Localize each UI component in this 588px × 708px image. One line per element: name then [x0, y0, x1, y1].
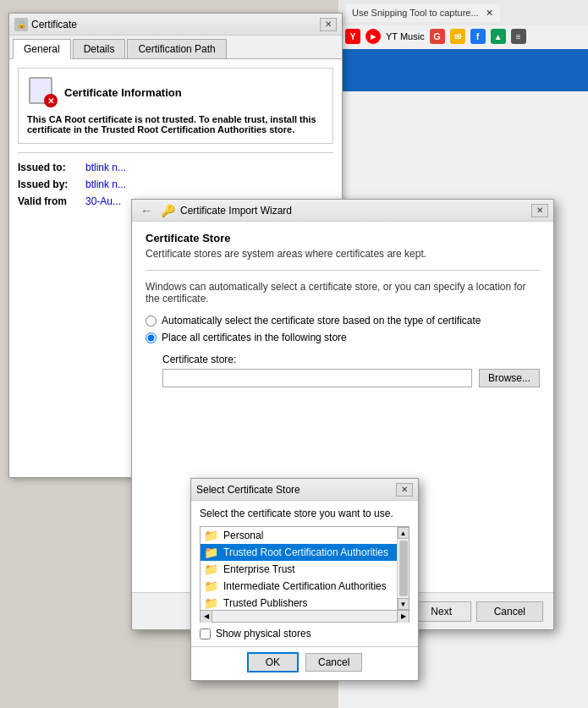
radio-manual-label: Place all certificates in the following …	[162, 332, 347, 343]
store-list-items: 📁 Personal 📁 Trusted Root Certification …	[201, 527, 397, 610]
browser-tab[interactable]: Use Snipping Tool to capture... ✕	[345, 4, 500, 22]
tab-close-icon[interactable]: ✕	[486, 8, 493, 19]
cert-window-close-button[interactable]: ✕	[320, 18, 337, 31]
store-item-personal-label: Personal	[223, 530, 263, 541]
store-item-personal[interactable]: 📁 Personal	[201, 527, 397, 544]
store-item-trusted-root[interactable]: 📁 Trusted Root Certification Authorities	[201, 544, 397, 561]
folder-icon-personal: 📁	[204, 529, 218, 542]
store-list-scrollbar[interactable]: ▲ ▼	[397, 527, 409, 610]
select-store-controls: ✕	[396, 483, 413, 497]
cert-tabs: General Details Certification Path	[9, 36, 342, 59]
select-store-title-text: Select Certificate Store	[196, 484, 300, 496]
radio-manual[interactable]	[146, 332, 157, 343]
cert-window-title: 🔒 Certificate	[14, 18, 77, 31]
show-physical-row: Show physical stores	[200, 628, 409, 639]
radio-manual-option[interactable]: Place all certificates in the following …	[146, 332, 540, 343]
section-body: Windows can automatically select a certi…	[146, 281, 540, 305]
gmail-favicon[interactable]: ✉	[450, 29, 465, 44]
cert-store-label: Certificate store:	[162, 354, 540, 365]
hscroll-track	[212, 611, 397, 622]
hscroll-right-button[interactable]: ▶	[397, 611, 409, 623]
store-list-container: 📁 Personal 📁 Trusted Root Certification …	[200, 526, 409, 611]
radio-group: Automatically select the certificate sto…	[146, 315, 540, 343]
store-item-enterprise-trust[interactable]: 📁 Enterprise Trust	[201, 561, 397, 578]
wizard-close-button[interactable]: ✕	[531, 204, 548, 217]
cert-info-box: ✕ Certificate Information This CA Root c…	[18, 68, 333, 144]
show-physical-label: Show physical stores	[216, 628, 311, 639]
store-item-intermediate[interactable]: 📁 Intermediate Certification Authorities	[201, 578, 397, 595]
select-store-dialog: Select Certificate Store ✕ Select the ce…	[190, 478, 419, 681]
select-store-cancel-button[interactable]: Cancel	[305, 653, 362, 672]
cert-window-controls: ✕	[320, 18, 337, 31]
select-store-close-button[interactable]: ✕	[396, 483, 413, 497]
wizard-back-button[interactable]: ←	[137, 204, 156, 217]
tab-details[interactable]: Details	[73, 39, 126, 58]
cert-field-issued-to: Issued to: btlink n...	[18, 162, 333, 173]
tab-certification-path[interactable]: Certification Path	[127, 39, 226, 58]
select-store-footer: OK Cancel	[191, 646, 418, 678]
drive-favicon[interactable]: ▲	[491, 29, 506, 44]
cert-window-titlebar: 🔒 Certificate ✕	[9, 14, 342, 36]
scrollbar-down-button[interactable]: ▼	[398, 598, 409, 610]
section-title: Certificate Store	[146, 232, 540, 244]
cancel-button[interactable]: Cancel	[476, 601, 543, 622]
select-store-content: Select the certificate store you want to…	[191, 501, 418, 646]
google-favicon[interactable]: G	[430, 29, 445, 44]
valid-from-value: 30-Au...	[85, 195, 121, 207]
store-desc: Select the certificate store you want to…	[200, 508, 409, 519]
tab-label: Use Snipping Tool to capture...	[352, 8, 479, 18]
store-item-intermediate-label: Intermediate Certification Authorities	[223, 580, 387, 592]
facebook-favicon[interactable]: f	[470, 29, 486, 44]
browser-favicons: Y ▶ YT Music G ✉ f ▲ ≡	[338, 25, 588, 47]
store-item-trusted-publishers-label: Trusted Publishers	[223, 597, 308, 609]
browser-blue-bar	[338, 49, 588, 91]
radio-auto-label: Automatically select the certificate sto…	[162, 315, 481, 327]
wizard-title: ← 🔑 Certificate Import Wizard	[137, 204, 292, 217]
folder-icon-intermediate: 📁	[204, 579, 218, 593]
cert-window-icon: 🔒	[14, 18, 28, 31]
scrollbar-up-button[interactable]: ▲	[398, 527, 409, 539]
issued-by-value: btlink n...	[85, 178, 126, 190]
browser-tab-bar: Use Snipping Tool to capture... ✕	[338, 0, 588, 25]
horizontal-scrollbar[interactable]: ◀ ▶	[200, 611, 409, 623]
cert-window-title-text: Certificate	[31, 19, 77, 30]
store-item-enterprise-trust-label: Enterprise Trust	[223, 563, 295, 575]
folder-icon-enterprise-trust: 📁	[204, 563, 218, 576]
wizard-titlebar: ← 🔑 Certificate Import Wizard ✕	[132, 200, 553, 222]
hscroll-left-button[interactable]: ◀	[201, 611, 212, 623]
cert-badge-icon: ✕	[27, 77, 58, 107]
browse-button[interactable]: Browse...	[479, 369, 540, 387]
cert-info-header: ✕ Certificate Information	[27, 77, 324, 107]
ytmusic-label: YT Music	[386, 31, 425, 41]
issued-to-value: btlink n...	[85, 162, 126, 173]
cert-store-row: Browse...	[162, 369, 540, 387]
issued-to-label: Issued to:	[18, 162, 85, 173]
select-store-ok-button[interactable]: OK	[247, 652, 299, 672]
next-button[interactable]: Next	[412, 601, 471, 622]
tab-general[interactable]: General	[13, 39, 71, 59]
scrollbar-thumb[interactable]	[399, 541, 408, 596]
ytmusic-favicon[interactable]: ▶	[365, 29, 381, 44]
folder-icon-trusted-root: 📁	[204, 546, 218, 559]
valid-from-label: Valid from	[18, 195, 85, 207]
radio-auto[interactable]	[146, 316, 157, 327]
youtube-favicon[interactable]: Y	[345, 29, 360, 44]
folder-icon-trusted-publishers: 📁	[204, 596, 218, 610]
cert-field-issued-by: Issued by: btlink n...	[18, 178, 333, 190]
issued-by-label: Issued by:	[18, 178, 85, 190]
select-store-titlebar: Select Certificate Store ✕	[191, 479, 418, 501]
radio-auto-option[interactable]: Automatically select the certificate sto…	[146, 315, 540, 327]
wizard-title-text: Certificate Import Wizard	[180, 205, 292, 217]
cert-store-input[interactable]	[162, 369, 472, 387]
store-item-trusted-root-label: Trusted Root Certification Authorities	[223, 546, 388, 558]
wizard-window-controls: ✕	[531, 204, 548, 217]
cert-badge-x: ✕	[44, 94, 58, 107]
show-physical-checkbox[interactable]	[200, 628, 211, 639]
more-favicon[interactable]: ≡	[511, 29, 526, 44]
cert-warning-text: This CA Root certificate is not trusted.…	[27, 114, 324, 134]
wizard-icon: 🔑	[161, 204, 175, 217]
cert-info-title: Certificate Information	[64, 86, 182, 99]
store-item-trusted-publishers[interactable]: 📁 Trusted Publishers	[201, 595, 397, 610]
section-divider	[146, 270, 540, 271]
wizard-content: Certificate Store Certificate stores are…	[132, 222, 553, 398]
